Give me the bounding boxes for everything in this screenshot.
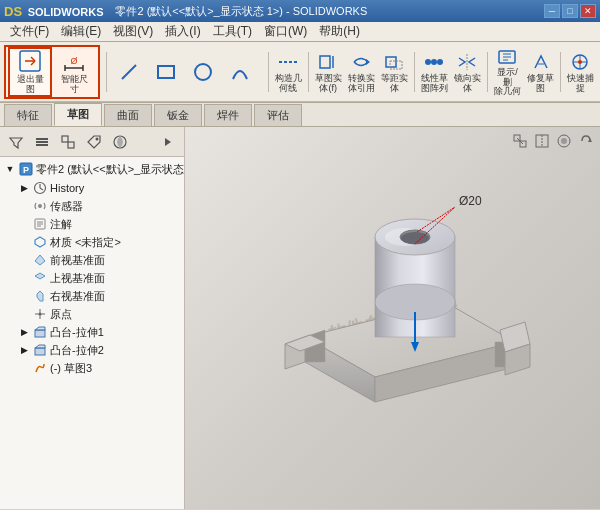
mirror-label: 镜向实体 bbox=[454, 74, 481, 94]
toolbar-separator-1 bbox=[106, 52, 107, 92]
quick-snap-label: 快速捕捉 bbox=[567, 74, 594, 94]
svg-rect-15 bbox=[386, 57, 396, 67]
menu-item[interactable]: 文件(F) bbox=[4, 21, 55, 42]
filter-icon[interactable] bbox=[4, 130, 28, 154]
section-view-icon[interactable] bbox=[532, 131, 552, 151]
boss-extrude2-icon bbox=[32, 342, 48, 358]
svg-marker-51 bbox=[35, 273, 45, 279]
tree-material[interactable]: 材质 <未指定> bbox=[0, 233, 184, 251]
sketch3-icon bbox=[32, 360, 48, 376]
construction-line-button[interactable]: 构造几何线 bbox=[273, 47, 304, 97]
tree-annotations[interactable]: 注解 bbox=[0, 215, 184, 233]
repair-sketch-icon bbox=[529, 50, 553, 74]
menu-bar: 文件(F)编辑(E)视图(V)插入(I)工具(T)窗口(W)帮助(H) bbox=[0, 22, 600, 42]
history-expand-arrow: ▶ bbox=[18, 182, 30, 194]
svg-point-19 bbox=[437, 59, 443, 65]
tree-boss-extrude2[interactable]: ▶ 凸台-拉伸2 bbox=[0, 341, 184, 359]
expand-icon[interactable] bbox=[156, 130, 180, 154]
tab-sheetmetal[interactable]: 钣金 bbox=[154, 104, 202, 126]
tab-features[interactable]: 特征 bbox=[4, 104, 52, 126]
canvas-area[interactable]: 软件自学网.com bbox=[185, 127, 600, 509]
svg-rect-33 bbox=[62, 136, 68, 142]
tree-sketch3[interactable]: (-) 草图3 bbox=[0, 359, 184, 377]
hide-icon[interactable] bbox=[30, 130, 54, 154]
rectangle-icon bbox=[154, 60, 178, 84]
tab-sketch[interactable]: 草图 bbox=[54, 103, 102, 126]
material-icon bbox=[32, 234, 48, 250]
menu-item[interactable]: 窗口(W) bbox=[258, 21, 313, 42]
minimize-button[interactable]: ─ bbox=[544, 4, 560, 18]
history-icon bbox=[32, 180, 48, 196]
tree-right-plane[interactable]: 右视基准面 bbox=[0, 287, 184, 305]
tree-root[interactable]: ▼ P 零件2 (默认<<默认>_显示状态 1>) bbox=[0, 159, 184, 179]
arc-icon bbox=[228, 60, 252, 84]
component-icon[interactable] bbox=[56, 130, 80, 154]
svg-marker-59 bbox=[35, 345, 45, 348]
offset-entities-button[interactable]: 等距实体 bbox=[379, 47, 410, 97]
toolbar-separator-4 bbox=[414, 52, 415, 92]
tree-sensors[interactable]: 传感器 bbox=[0, 197, 184, 215]
window-controls: ─ □ ✕ bbox=[544, 4, 596, 18]
smart-dimension-label: 智能尺寸 bbox=[61, 75, 88, 95]
extrude1-expand: ▶ bbox=[18, 326, 30, 338]
mirror-button[interactable]: 镜向实体 bbox=[452, 47, 483, 97]
maximize-button[interactable]: □ bbox=[562, 4, 578, 18]
rectangle-tool-button[interactable] bbox=[148, 47, 184, 97]
menu-item[interactable]: 工具(T) bbox=[207, 21, 258, 42]
exit-sketch-label: 退出量图 bbox=[17, 75, 44, 95]
menu-item[interactable]: 视图(V) bbox=[107, 21, 159, 42]
convert-entities-button[interactable]: 转换实体引用 bbox=[346, 47, 377, 97]
linear-pattern-button[interactable]: 线性草图阵列 bbox=[419, 47, 450, 97]
sketch-tools-group: 退出量图 Ø 智能尺寸 bbox=[4, 45, 100, 99]
tree-origin[interactable]: 原点 bbox=[0, 305, 184, 323]
svg-point-29 bbox=[578, 60, 582, 64]
view-display-icon[interactable] bbox=[554, 131, 574, 151]
tree-history[interactable]: ▶ History bbox=[0, 179, 184, 197]
tab-surface[interactable]: 曲面 bbox=[104, 104, 152, 126]
canvas-toolbar bbox=[510, 131, 596, 151]
tag-icon[interactable] bbox=[82, 130, 106, 154]
part-icon: P bbox=[18, 161, 34, 177]
svg-point-55 bbox=[39, 313, 42, 316]
svg-rect-12 bbox=[320, 56, 330, 68]
line-icon bbox=[117, 60, 141, 84]
view-orientation-icon[interactable] bbox=[510, 131, 530, 151]
tree-boss-extrude1[interactable]: ▶ 凸台-拉伸1 bbox=[0, 323, 184, 341]
toolbar-separator-6 bbox=[560, 52, 561, 92]
tree-front-plane[interactable]: 前视基准面 bbox=[0, 251, 184, 269]
history-label: History bbox=[50, 182, 84, 194]
menu-item[interactable]: 帮助(H) bbox=[313, 21, 366, 42]
tab-weldment[interactable]: 焊件 bbox=[204, 104, 252, 126]
display-delete-button[interactable]: 显示/删除几何 bbox=[492, 47, 523, 97]
linear-pattern-label: 线性草图阵列 bbox=[421, 74, 448, 94]
color-icon[interactable] bbox=[108, 130, 132, 154]
arc-tool-button[interactable] bbox=[222, 47, 258, 97]
svg-line-8 bbox=[122, 65, 136, 79]
svg-rect-9 bbox=[158, 66, 174, 78]
sketch-entities-button[interactable]: 草图实体(f) bbox=[313, 47, 344, 97]
svg-point-44 bbox=[38, 204, 42, 208]
menu-item[interactable]: 编辑(E) bbox=[55, 21, 107, 42]
root-expand-arrow: ▼ bbox=[4, 163, 16, 175]
close-button[interactable]: ✕ bbox=[580, 4, 596, 18]
svg-rect-58 bbox=[35, 348, 45, 355]
boss-extrude1-label: 凸台-拉伸1 bbox=[50, 325, 104, 340]
quick-snap-button[interactable]: 快速捕捉 bbox=[565, 47, 596, 97]
repair-sketch-button[interactable]: 修复草图 bbox=[525, 47, 556, 97]
tree-top-plane[interactable]: 上视基准面 bbox=[0, 269, 184, 287]
svg-rect-56 bbox=[35, 330, 45, 337]
construction-line-label: 构造几何线 bbox=[275, 74, 302, 94]
circle-tool-button[interactable] bbox=[185, 47, 221, 97]
svg-marker-87 bbox=[588, 138, 592, 142]
menu-item[interactable]: 插入(I) bbox=[159, 21, 206, 42]
svg-text:Ø: Ø bbox=[70, 56, 77, 66]
construction-line-icon bbox=[276, 50, 300, 74]
smart-dimension-button[interactable]: Ø 智能尺寸 bbox=[52, 47, 96, 97]
exit-sketch-button[interactable]: 退出量图 bbox=[8, 47, 52, 97]
tab-evaluate[interactable]: 评估 bbox=[254, 104, 302, 126]
extrude2-expand: ▶ bbox=[18, 344, 30, 356]
rotate-view-icon[interactable] bbox=[576, 131, 596, 151]
offset-entities-label: 等距实体 bbox=[381, 74, 408, 94]
line-tool-button[interactable] bbox=[111, 47, 147, 97]
toolbar-row: 退出量图 Ø 智能尺寸 bbox=[0, 42, 600, 102]
